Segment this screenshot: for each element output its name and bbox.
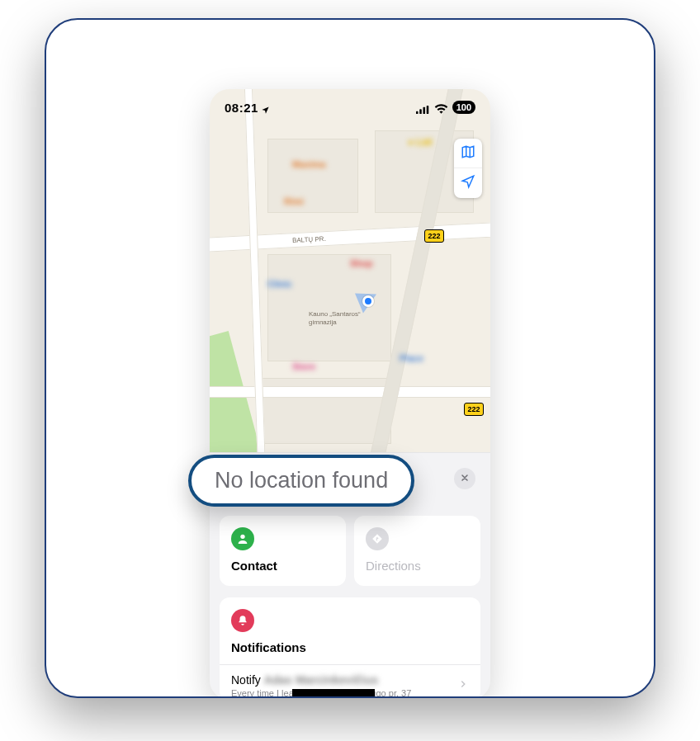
svg-rect-0 bbox=[416, 111, 419, 114]
map-view[interactable]: BALTŲ PR. Kauno „Santaros“ gimnazija Max… bbox=[210, 89, 490, 460]
navigation-arrow-icon bbox=[461, 174, 475, 192]
directions-tile[interactable]: Directions bbox=[354, 516, 480, 586]
wifi-icon bbox=[434, 102, 448, 112]
document-frame: 08:21 100 bbox=[45, 18, 655, 698]
map-poi-label-2: gimnazija bbox=[309, 319, 337, 326]
map-controls bbox=[454, 139, 482, 198]
contact-label: Contact bbox=[231, 559, 334, 573]
notify-name: Adas Marcinkevičius bbox=[264, 673, 379, 687]
svg-rect-2 bbox=[423, 107, 425, 114]
svg-rect-3 bbox=[426, 106, 428, 114]
cellular-icon bbox=[416, 102, 430, 112]
map-mode-button[interactable] bbox=[454, 139, 482, 168]
chevron-right-icon bbox=[457, 678, 469, 693]
close-icon bbox=[460, 471, 470, 486]
phone-screenshot: 08:21 100 bbox=[210, 89, 490, 698]
battery-level: 100 bbox=[452, 101, 475, 114]
svg-rect-1 bbox=[419, 109, 422, 114]
notify-prefix: Notify bbox=[231, 673, 261, 687]
svg-point-4 bbox=[240, 535, 244, 539]
notifications-header: Notifications bbox=[220, 609, 480, 664]
status-bar: 08:21 100 bbox=[210, 89, 490, 125]
bell-icon bbox=[231, 609, 254, 632]
route-badge: 222 bbox=[464, 403, 484, 416]
annotation-callout: No location found bbox=[188, 455, 414, 507]
action-tiles: Contact Directions bbox=[220, 516, 480, 586]
redaction-bar bbox=[292, 689, 375, 696]
map-icon bbox=[461, 144, 475, 163]
contact-tile[interactable]: Contact bbox=[220, 516, 346, 586]
current-location-dot bbox=[362, 295, 374, 307]
notify-subtitle: Every time I leave Karaliaus Mindaugo pr… bbox=[231, 688, 411, 698]
notifications-card: Notifications Notify Adas Marcinkevičius… bbox=[220, 597, 480, 698]
close-button[interactable] bbox=[454, 468, 475, 489]
status-right: 100 bbox=[416, 101, 475, 114]
person-icon bbox=[231, 527, 254, 550]
directions-label: Directions bbox=[366, 559, 469, 573]
notifications-heading: Notifications bbox=[231, 640, 469, 654]
status-time-group: 08:21 bbox=[225, 101, 270, 115]
directions-icon bbox=[366, 527, 389, 550]
locate-me-button[interactable] bbox=[454, 168, 482, 198]
notification-rule-row[interactable]: Notify Adas Marcinkevičius Every time I … bbox=[220, 665, 480, 698]
map-poi-label: Kauno „Santaros“ bbox=[309, 310, 361, 318]
status-time: 08:21 bbox=[225, 101, 258, 115]
location-arrow-icon bbox=[261, 103, 270, 112]
route-badge: 222 bbox=[424, 229, 444, 243]
